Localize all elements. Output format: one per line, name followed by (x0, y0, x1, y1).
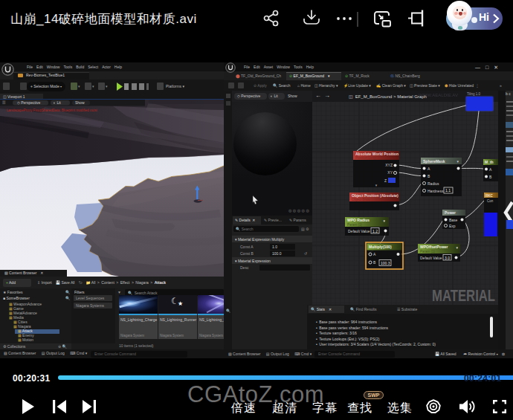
svg-text:Con: Con (487, 199, 494, 203)
svg-text:Object Bnds: Object Bnds (352, 198, 370, 201)
svg-text:Object Position (Absolute): Object Position (Absolute) (352, 193, 399, 198)
svg-text:Absolute World Position: Absolute World Position (355, 152, 399, 156)
svg-text:Show: Show (75, 100, 85, 105)
svg-text:100.3: 100.3 (381, 261, 390, 265)
svg-text:Radius: Radius (428, 181, 439, 186)
svg-text:Param (1): Param (1) (347, 223, 363, 227)
svg-text:Default Value: Default Value (420, 256, 442, 260)
svg-text:Multiply(100): Multiply(100) (369, 245, 392, 249)
svg-text:◇ Perspective: ◇ Perspective (17, 100, 41, 105)
svg-text:Position Long: Position Long (355, 156, 376, 160)
svg-text:1.2: 1.2 (372, 229, 378, 233)
svg-text:Z: Z (384, 178, 387, 183)
svg-text:XY: XY (387, 170, 393, 175)
svg-text:Power: Power (445, 210, 456, 215)
svg-text:Exp: Exp (449, 224, 456, 228)
svg-text:XYZ: XYZ (385, 163, 393, 167)
svg-text:M_th: M_th (485, 160, 494, 164)
svg-text:Param (1): Param (1) (420, 250, 436, 253)
svg-text:Hardness: Hardness (428, 189, 444, 193)
svg-text:☰: ☰ (2, 100, 6, 105)
svg-text:◐ Lit: ◐ Lit (54, 100, 61, 105)
svg-text:SphereMask: SphereMask (423, 159, 445, 164)
svg-text:Default Value: Default Value (348, 229, 370, 233)
svg-text:LandscapeProxy FixupSharedData: LandscapeProxy FixupSharedData: Blueprin… (7, 109, 97, 112)
svg-text:RKC: RKC (485, 194, 493, 198)
svg-text:Base: Base (449, 218, 458, 222)
svg-text:MATERIAL: MATERIAL (432, 286, 495, 305)
svg-text:WPO Radius: WPO Radius (347, 218, 370, 222)
svg-text:1.1: 1.1 (445, 188, 451, 193)
svg-text:3.0: 3.0 (445, 256, 450, 260)
svg-text:WPOffsetPower: WPOffsetPower (420, 245, 448, 249)
